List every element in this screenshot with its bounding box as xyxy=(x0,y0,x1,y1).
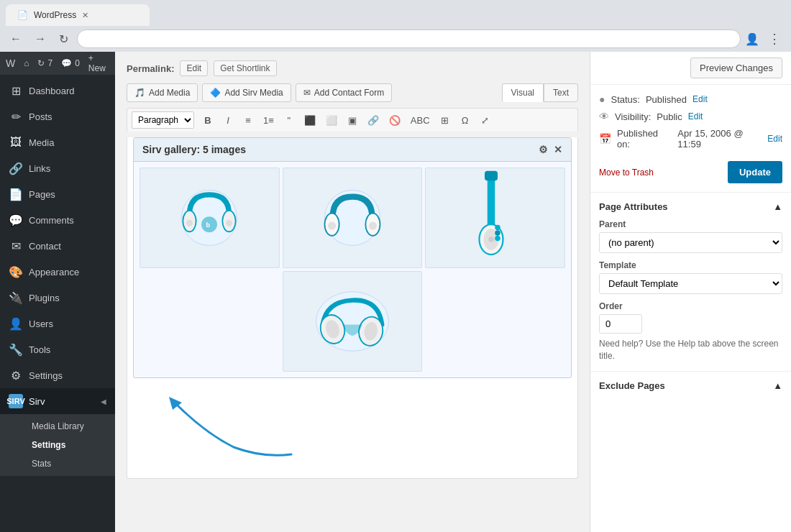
add-contact-form-button[interactable]: ✉ Add Contact Form xyxy=(296,83,392,102)
update-button[interactable]: Update xyxy=(728,161,782,183)
sidebar-item-tools[interactable]: 🔧 Tools xyxy=(0,336,115,362)
sidebar-item-appearance[interactable]: 🎨 Appearance xyxy=(0,259,115,285)
sidebar-sub-settings[interactable]: Settings xyxy=(0,436,115,454)
add-media-label: Add Media xyxy=(149,88,190,98)
trash-link[interactable]: Move to Trash xyxy=(599,168,654,178)
refresh-button[interactable]: ↻ xyxy=(55,29,73,49)
svg-point-14 xyxy=(328,222,336,230)
status-edit-link[interactable]: Edit xyxy=(692,94,708,104)
gallery-item-1: b xyxy=(140,168,280,268)
published-edit-link[interactable]: Edit xyxy=(767,134,782,144)
comments-admin-link[interactable]: 💬 0 xyxy=(61,58,80,68)
gallery-item-4 xyxy=(283,271,423,372)
fullscreen-button[interactable]: ⤢ xyxy=(476,112,495,129)
align-left-button[interactable]: ⬛ xyxy=(300,112,320,129)
sidebar-item-users[interactable]: 👤 Users xyxy=(0,311,115,336)
svg-point-15 xyxy=(369,222,377,230)
browser-menu-button[interactable]: ⋮ xyxy=(764,28,785,50)
tools-icon: 🔧 xyxy=(9,342,23,357)
sidebar-label-dashboard: Dashboard xyxy=(29,86,75,96)
sidebar-item-media[interactable]: 🖼 Media xyxy=(0,129,115,155)
annotation-arrow xyxy=(133,390,349,462)
sidebar-item-plugins[interactable]: 🔌 Plugins xyxy=(0,285,115,311)
template-label: Template xyxy=(599,260,782,270)
numbered-list-button[interactable]: 1≡ xyxy=(259,112,278,129)
back-button[interactable]: ← xyxy=(6,29,26,48)
pages-icon: 📄 xyxy=(9,187,23,201)
get-shortlink-button[interactable]: Get Shortlink xyxy=(214,60,276,76)
sidebar-item-contact[interactable]: ✉ Contact xyxy=(0,233,115,259)
gallery-item-2 xyxy=(283,168,423,268)
format-select[interactable]: Paragraph xyxy=(132,111,194,129)
address-bar[interactable] xyxy=(77,29,741,48)
gallery-close-icon[interactable]: ✕ xyxy=(554,144,562,155)
bold-button[interactable]: B xyxy=(198,112,217,129)
spellcheck-button[interactable]: ABC xyxy=(406,112,434,129)
edit-permalink-button[interactable]: Edit xyxy=(180,60,208,76)
text-tab-button[interactable]: Text xyxy=(544,83,578,102)
link-button[interactable]: 🔗 xyxy=(363,112,383,129)
visibility-edit-link[interactable]: Edit xyxy=(688,111,703,121)
tab-title: WordPress xyxy=(34,10,76,20)
headphone-img-3 xyxy=(474,168,517,268)
svg-point-22 xyxy=(495,230,500,236)
plugins-icon: 🔌 xyxy=(9,290,23,305)
order-input[interactable] xyxy=(599,314,642,334)
arrow-annotation xyxy=(127,384,577,478)
sidebar-label-comments: Comments xyxy=(29,215,74,226)
updates-admin-link[interactable]: ↻ 7 xyxy=(37,58,52,68)
home-admin-link[interactable]: ⌂ xyxy=(24,58,29,68)
special-chars-button[interactable]: Ω xyxy=(456,112,475,129)
align-center-button[interactable]: ⬜ xyxy=(321,112,342,129)
published-label: Published on: xyxy=(617,128,669,150)
new-content-link[interactable]: + New xyxy=(88,53,109,73)
sidebar-sub-stats[interactable]: Stats xyxy=(0,454,115,473)
blockquote-button[interactable]: " xyxy=(280,112,298,129)
sidebar-item-pages[interactable]: 📄 Pages xyxy=(0,181,115,207)
editor-toolbar: 🎵 Add Media 🔷 Add Sirv Media ✉ Add Conta… xyxy=(127,83,578,102)
visual-tab-button[interactable]: Visual xyxy=(502,83,544,102)
sidebar-sub-media-library[interactable]: Media Library xyxy=(0,417,115,436)
exclude-pages-header[interactable]: Exclude Pages ▲ xyxy=(599,380,782,391)
sidebar-item-settings[interactable]: ⚙ Settings xyxy=(0,362,115,388)
sidebar-item-dashboard[interactable]: ⊞ Dashboard xyxy=(0,78,115,104)
forward-button[interactable]: → xyxy=(30,29,50,48)
sidebar-item-posts[interactable]: ✏ Posts xyxy=(0,104,115,129)
sidebar-label-media: Media xyxy=(29,137,54,148)
visibility-row: 👁 Visibility: Public Edit xyxy=(599,111,782,122)
add-sirv-button[interactable]: 🔷 Add Sirv Media xyxy=(202,83,291,102)
gallery-header: Sirv gallery: 5 images ⚙ ✕ xyxy=(134,138,571,162)
help-text: Need help? Use the Help tab above the sc… xyxy=(599,338,782,362)
headphone-img-2 xyxy=(313,175,392,261)
gallery-settings-icon[interactable]: ⚙ xyxy=(539,144,548,155)
link-remove-button[interactable]: 🚫 xyxy=(385,112,405,129)
right-panel-header: Preview Changes xyxy=(590,52,791,85)
bullet-list-button[interactable]: ≡ xyxy=(239,112,257,129)
visual-text-tabs: Visual Text xyxy=(502,83,578,102)
sidebar-item-links[interactable]: 🔗 Links xyxy=(0,155,115,181)
page-attributes-header[interactable]: Page Attributes ▲ xyxy=(599,201,782,212)
media-icon: 🖼 xyxy=(9,135,23,150)
template-select[interactable]: Default Template xyxy=(599,273,782,294)
new-content-label: + New xyxy=(88,53,109,73)
sidebar-item-sirv[interactable]: SIRV Sirv ◀ xyxy=(0,388,115,414)
sidebar-label-appearance: Appearance xyxy=(29,267,79,278)
order-label: Order xyxy=(599,301,782,311)
editor-content[interactable]: Sirv gallery: 5 images ⚙ ✕ xyxy=(127,137,578,479)
align-right-button[interactable]: ▣ xyxy=(343,112,362,129)
wp-logo-admin[interactable]: W xyxy=(6,58,15,69)
svg-text:b: b xyxy=(206,221,211,229)
sidebar-label-contact: Contact xyxy=(29,241,61,252)
sidebar-item-comments[interactable]: 💬 Comments xyxy=(0,207,115,233)
contact-form-icon: ✉ xyxy=(303,88,311,98)
browser-tab[interactable]: 📄 WordPress ✕ xyxy=(6,4,150,26)
preview-changes-button[interactable]: Preview Changes xyxy=(690,58,782,78)
status-value: Published xyxy=(646,94,687,105)
italic-button[interactable]: I xyxy=(219,112,237,129)
stats-label: Stats xyxy=(32,459,51,469)
add-media-button[interactable]: 🎵 Add Media xyxy=(127,83,198,102)
table-button[interactable]: ⊞ xyxy=(436,112,454,129)
tab-close-icon[interactable]: ✕ xyxy=(82,11,88,20)
right-panel: Preview Changes ● Status: Published Edit… xyxy=(590,52,791,532)
parent-select[interactable]: (no parent) xyxy=(599,232,782,253)
